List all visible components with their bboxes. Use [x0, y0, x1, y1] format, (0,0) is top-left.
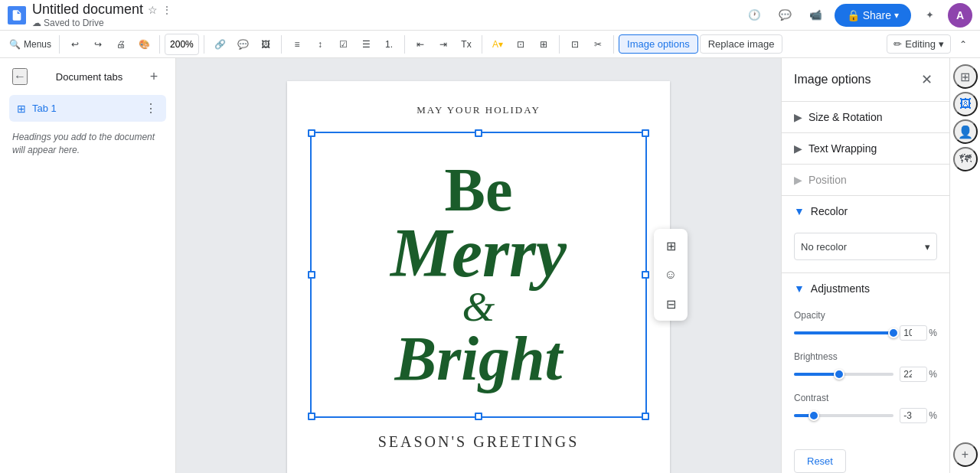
back-button[interactable]: ← [12, 68, 28, 85]
border-btn[interactable]: ⊡ [510, 34, 531, 55]
handle-br[interactable] [642, 413, 649, 420]
section-text-wrapping: ▶ Text Wrapping [782, 133, 949, 165]
table-btn[interactable]: ⊞ [533, 34, 554, 55]
holiday-image: Be Merry & Bright [312, 133, 645, 416]
float-btn-2[interactable]: ☺ [657, 261, 684, 289]
undo-btn[interactable]: ↩ [64, 34, 86, 55]
star-button[interactable]: ✦ [917, 3, 942, 28]
star-icon[interactable]: ☆ [148, 4, 158, 16]
float-toolbar: ⊞ ☺ ⊟ [654, 229, 688, 321]
brightness-value: % [900, 367, 937, 382]
opacity-slider[interactable] [794, 331, 893, 334]
line-spacing-btn[interactable]: ↕ [309, 34, 331, 55]
print-btn[interactable]: 🖨 [110, 34, 132, 55]
image-btn[interactable]: 🖼 [255, 34, 276, 55]
history-btn[interactable]: 🕐 [743, 3, 767, 28]
handle-tr[interactable] [642, 129, 649, 137]
clear-format-btn[interactable]: Tx [456, 34, 477, 55]
contrast-thumb[interactable] [808, 410, 819, 421]
panel-close-button[interactable]: ✕ [916, 69, 937, 90]
share-button[interactable]: 🔒 Share ▾ [835, 4, 911, 27]
align-btn[interactable]: ≡ [286, 34, 308, 55]
user-avatar[interactable]: A [948, 3, 972, 28]
crop-btn[interactable]: ✂ [587, 34, 609, 55]
link-icon: 🔗 [214, 39, 226, 50]
brightness-input[interactable] [900, 367, 927, 382]
title-area: Untitled document ☆ ⋮ ☁ Saved to Drive [32, 2, 737, 28]
right-icon-maps[interactable]: 🗺 [953, 147, 978, 171]
brightness-row: Brightness % [794, 351, 937, 382]
page-wrapper: MAY YOUR HOLIDAY Be Merry & [287, 81, 670, 458]
right-icon-plus[interactable]: + [953, 442, 978, 467]
separator3 [204, 35, 204, 54]
tab-more-button[interactable]: ⋮ [143, 99, 158, 117]
undo-icon: ↩ [71, 39, 79, 50]
chat-btn[interactable]: 💬 [773, 3, 798, 28]
contrast-unit: % [929, 410, 937, 421]
link-btn[interactable]: 🔗 [209, 34, 230, 55]
list-btn[interactable]: ☰ [355, 34, 377, 55]
wrap-icon: ⊡ [571, 39, 579, 50]
reset-button[interactable]: Reset [794, 449, 846, 473]
image-options-panel: Image options ✕ ▶ Size & Rotation ▶ Text… [781, 58, 949, 473]
opacity-input[interactable] [900, 325, 927, 341]
editing-mode-button[interactable]: ✏ Editing ▾ [887, 34, 951, 54]
brightness-track [794, 373, 839, 376]
section-recolor-label: Recolor [811, 205, 848, 217]
chevron-down-icon-2: ▼ [794, 282, 805, 295]
float-btn-3[interactable]: ⊟ [657, 290, 684, 318]
handle-bc[interactable] [475, 413, 482, 420]
section-text-wrapping-label: Text Wrapping [808, 142, 877, 155]
right-icon-image-options[interactable]: 🖼 [953, 92, 978, 116]
section-adjustments-header[interactable]: ▼ Adjustments [782, 273, 949, 304]
redo-btn[interactable]: ↪ [87, 34, 109, 55]
contrast-row: Contrast % [794, 393, 937, 423]
section-size-rotation-header[interactable]: ▶ Size & Rotation [782, 102, 949, 132]
indent-more-btn[interactable]: ⇥ [433, 34, 454, 55]
checklist-btn[interactable]: ☑ [332, 34, 354, 55]
tab-item-1[interactable]: ⊞ Tab 1 ⋮ [9, 95, 166, 122]
contrast-input[interactable] [900, 408, 927, 423]
meet-btn[interactable]: 📹 [804, 3, 828, 28]
numbered-list-btn[interactable]: 1. [378, 34, 400, 55]
document-title[interactable]: Untitled document [32, 2, 143, 18]
float-btn-1[interactable]: ⊞ [657, 232, 684, 259]
image-options-button[interactable]: Image options [619, 34, 698, 54]
section-position-header[interactable]: ▶ Position [782, 165, 949, 195]
zoom-select[interactable]: 200%100%75%50% [165, 34, 199, 55]
handle-mr[interactable] [642, 271, 649, 279]
image-container[interactable]: Be Merry & Bright ⊞ ☺ ⊟ [310, 132, 647, 418]
text-bright: Bright [390, 328, 567, 390]
document-page[interactable]: MAY YOUR HOLIDAY Be Merry & [287, 81, 670, 473]
replace-image-button[interactable]: Replace image [700, 34, 783, 54]
collapse-toolbar-btn[interactable]: ⌃ [952, 34, 974, 55]
share-lock-icon: 🔒 [847, 9, 860, 21]
handle-ml[interactable] [308, 271, 315, 279]
right-icon-people[interactable]: 👤 [953, 119, 978, 144]
brightness-slider[interactable] [794, 373, 893, 376]
indent-less-btn[interactable]: ⇤ [410, 34, 431, 55]
align-icon: ≡ [295, 39, 300, 50]
line-spacing-icon: ↕ [318, 39, 322, 50]
section-text-wrapping-header[interactable]: ▶ Text Wrapping [782, 133, 949, 164]
search-menus-btn[interactable]: 🔍 Menus [6, 34, 54, 55]
highlight-btn[interactable]: A▾ [487, 34, 508, 55]
text-and: & [390, 285, 567, 328]
opacity-thumb[interactable] [888, 328, 899, 338]
contrast-slider[interactable] [794, 414, 893, 417]
handle-tc[interactable] [475, 129, 482, 137]
doc-area[interactable]: MAY YOUR HOLIDAY Be Merry & [176, 58, 781, 473]
handle-tl[interactable] [308, 129, 315, 137]
paint-btn[interactable]: 🎨 [133, 34, 155, 55]
handle-bl[interactable] [308, 413, 315, 420]
section-recolor-header[interactable]: ▼ Recolor [782, 196, 949, 227]
comment-btn[interactable]: 💬 [232, 34, 253, 55]
indent-more-icon: ⇥ [439, 39, 447, 50]
wrap-btn[interactable]: ⊡ [564, 34, 586, 55]
comment-icon: 💬 [237, 39, 249, 50]
panel-title: Image options [794, 73, 871, 86]
recolor-dropdown[interactable]: No recolor ▾ [794, 233, 937, 260]
right-icon-templates[interactable]: ⊞ [953, 64, 978, 89]
add-tab-button[interactable]: + [145, 67, 163, 86]
brightness-thumb[interactable] [834, 369, 844, 380]
